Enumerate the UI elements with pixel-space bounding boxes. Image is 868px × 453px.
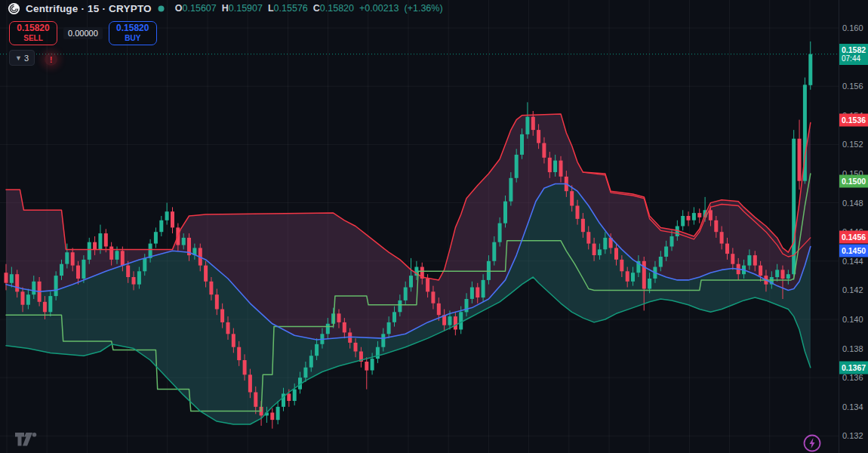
axis-tick-0.136: 0.136 bbox=[842, 373, 863, 382]
chart-canvas[interactable] bbox=[0, 0, 839, 453]
trade-panel: 0.15820 SELL 0.00000 0.15820 BUY bbox=[9, 21, 157, 45]
app-logo-icon[interactable] bbox=[8, 2, 20, 15]
indicator-count: 3 bbox=[24, 54, 29, 63]
high-value: 0.15907 bbox=[229, 3, 263, 14]
buy-price: 0.15820 bbox=[116, 23, 149, 34]
exclamation-icon: ! bbox=[50, 55, 53, 64]
axis-tick-0.152: 0.152 bbox=[842, 140, 863, 149]
close-value: 0.15820 bbox=[320, 3, 354, 14]
buy-label: BUY bbox=[125, 34, 140, 43]
chevron-down-icon: ▼ bbox=[15, 54, 22, 62]
change-percent: (+1.36%) bbox=[405, 3, 443, 14]
axis-tick-0.138: 0.138 bbox=[842, 344, 863, 353]
indicators-collapse-widget[interactable]: ▼ 3 bbox=[9, 50, 35, 66]
axis-tick-0.140: 0.140 bbox=[842, 315, 863, 324]
price-tag-band-lower-fast: 0.1500 bbox=[839, 175, 868, 188]
sell-price: 0.15820 bbox=[17, 23, 49, 34]
axis-tick-0.144: 0.144 bbox=[842, 257, 863, 266]
warning-badge[interactable]: ! bbox=[45, 53, 57, 66]
tradingview-logo[interactable] bbox=[15, 433, 38, 446]
sell-label: SELL bbox=[23, 34, 43, 43]
price-tag-last-price: 0.158207:44 bbox=[839, 44, 868, 65]
open-value: 0.15607 bbox=[183, 3, 217, 14]
market-status-icon[interactable] bbox=[157, 5, 165, 13]
high-label: H bbox=[222, 3, 229, 14]
price-tag-basis-line: 0.1450 bbox=[839, 245, 868, 257]
open-label: O bbox=[175, 3, 183, 14]
symbol-title[interactable]: Centrifuge · 15 · CRYPTO bbox=[26, 3, 152, 14]
price-tag-band-upper-fast: 0.1536 bbox=[839, 114, 868, 127]
spread-value: 0.00000 bbox=[63, 27, 103, 39]
price-chart-svg bbox=[0, 0, 839, 453]
trading-app: 0.1600.1580.1560.1540.1520.1500.1480.146… bbox=[0, 0, 868, 453]
axis-tick-0.156: 0.156 bbox=[842, 82, 863, 91]
symbol-header: Centrifuge · 15 · CRYPTO O0.15607 H0.159… bbox=[8, 2, 443, 15]
axis-tick-0.134: 0.134 bbox=[842, 402, 863, 411]
quick-trade-lightning-button[interactable] bbox=[803, 434, 821, 452]
price-tag-band-lower-slow: 0.1367 bbox=[839, 362, 868, 374]
axis-tick-0.142: 0.142 bbox=[842, 285, 863, 294]
axis-tick-0.160: 0.160 bbox=[842, 23, 863, 32]
change-value: +0.00213 bbox=[359, 3, 399, 14]
low-value: 0.15576 bbox=[274, 3, 308, 14]
low-label: L bbox=[268, 3, 274, 14]
ohlc-readout: O0.15607 H0.15907 L0.15576 C0.15820 +0.0… bbox=[175, 3, 443, 14]
buy-button[interactable]: 0.15820 BUY bbox=[109, 21, 157, 45]
close-label: C bbox=[313, 3, 320, 14]
price-axis[interactable]: 0.1600.1580.1560.1540.1520.1500.1480.146… bbox=[839, 0, 868, 453]
price-tag-band-upper-slow: 0.1456 bbox=[839, 231, 868, 244]
axis-tick-0.148: 0.148 bbox=[842, 199, 863, 208]
axis-tick-0.132: 0.132 bbox=[842, 431, 863, 440]
sell-button[interactable]: 0.15820 SELL bbox=[9, 21, 57, 45]
